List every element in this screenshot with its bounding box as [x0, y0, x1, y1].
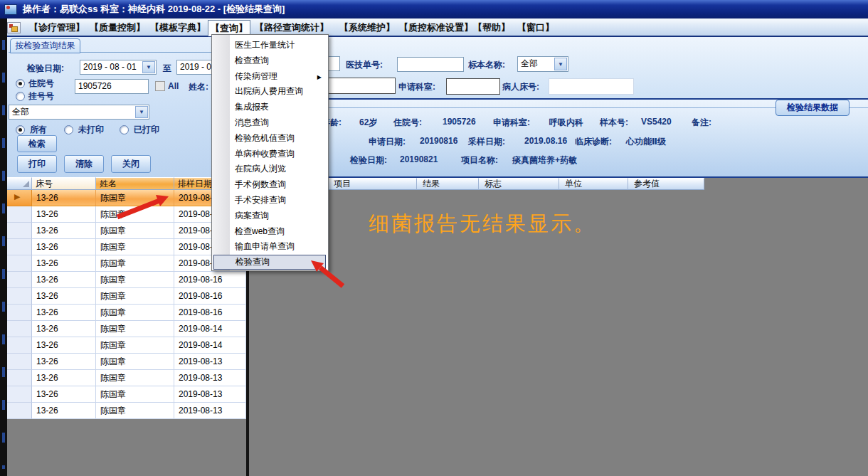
cell-date: 2019-08-16: [174, 272, 246, 288]
cell-bed: 13-26: [32, 255, 96, 272]
column-header-3[interactable]: 标志: [479, 178, 559, 190]
cell-bed: 13-26: [32, 403, 96, 419]
menubar-item-8[interactable]: 【帮助】: [471, 20, 512, 36]
patient-field-value: 1905726: [443, 117, 476, 127]
clear-button[interactable]: 清除: [64, 155, 104, 173]
column-header-4[interactable]: 单位: [559, 178, 628, 190]
tab-result-data[interactable]: 检验结果数据: [776, 100, 850, 116]
patient-field-label: 住院号:: [393, 117, 422, 129]
column-header-2[interactable]: 结果: [417, 178, 479, 190]
table-row[interactable]: 13-26陈国章2019-08-13: [7, 386, 246, 403]
cell-bed: 13-26: [32, 386, 96, 403]
patient-field-value: 20190816: [420, 136, 457, 146]
dropdown-item-10[interactable]: 手术例数查询: [213, 177, 326, 192]
patient-field-label: 采样日期:: [468, 136, 505, 148]
cell-name: 陈国章: [96, 305, 174, 321]
table-row[interactable]: 13-26陈国章2019-08-16: [7, 305, 246, 321]
result-table-header: 项目结果标志单位参考值: [315, 178, 704, 190]
med-tech-no-input[interactable]: [397, 57, 464, 72]
table-row[interactable]: ▶13-26陈国章2019-08-: [7, 190, 246, 206]
table-row[interactable]: 13-26陈国章2019-08-: [7, 223, 246, 239]
dropdown-arrow-icon[interactable]: ▼: [142, 61, 155, 73]
column-header-bed[interactable]: 床号: [32, 177, 96, 190]
dropdown-item-3[interactable]: 传染病管理▶: [213, 69, 326, 84]
dropdown-arrow-icon[interactable]: ▼: [135, 106, 148, 118]
table-row[interactable]: 13-26陈国章2019-08-: [7, 206, 246, 223]
column-header-1[interactable]: 项目: [328, 178, 417, 190]
request-dept-input[interactable]: [446, 78, 500, 95]
table-row[interactable]: 13-26陈国章2019-08-14: [7, 337, 246, 354]
patient-field-label: 备注:: [692, 117, 711, 129]
cell-name: 陈国章: [96, 206, 174, 223]
menubar-item-1[interactable]: 【诊疗管理】: [27, 20, 87, 36]
radio-inpatient-no[interactable]: [16, 79, 25, 88]
background-window-edge: [0, 18, 7, 476]
all-checkbox[interactable]: [155, 81, 165, 91]
cell-date: 2019-08-16: [174, 288, 246, 305]
menubar-item-5[interactable]: 【路径查询统计】: [253, 20, 331, 36]
column-header-name[interactable]: 姓名: [96, 177, 174, 190]
radio-ticket-no[interactable]: [16, 92, 25, 101]
cell-bed: 13-26: [32, 239, 96, 255]
dropdown-item-13[interactable]: 检查web查询: [213, 224, 326, 239]
dept-select[interactable]: 全部 ▼: [9, 105, 149, 120]
menubar-item-9[interactable]: 【窗口】: [515, 20, 556, 36]
cell-date: 2019-08-13: [174, 354, 246, 370]
cell-date: 2019-08-14: [174, 337, 246, 354]
dropdown-item-5[interactable]: 集成报表: [213, 100, 326, 115]
radio-unprinted[interactable]: [64, 125, 73, 134]
column-header-5[interactable]: 参考值: [628, 178, 704, 190]
cell-date: 2019-08-13: [174, 370, 246, 386]
patient-field-value: 62岁: [359, 117, 377, 129]
table-row[interactable]: 13-26陈国章2019-08-14: [7, 321, 246, 337]
row-selector-cell: [7, 288, 32, 305]
specimen-name-select[interactable]: 全部 ▼: [517, 56, 568, 72]
table-row[interactable]: 13-26陈国章2019-08-16: [7, 272, 246, 288]
row-selector-cell: [7, 321, 32, 337]
table-row[interactable]: 13-26陈国章2019-08-13: [7, 403, 246, 419]
dropdown-item-9[interactable]: 在院病人浏览: [213, 162, 326, 176]
menubar-item-7[interactable]: 【质控标准设置】: [397, 20, 475, 36]
patient-field-label: 申请日期:: [369, 136, 406, 148]
table-row[interactable]: 13-26陈国章2019-08-: [7, 255, 246, 272]
dropdown-item-11[interactable]: 手术安排查询: [213, 193, 326, 208]
dropdown-item-2[interactable]: 检查查询: [213, 53, 326, 68]
patient-no-input[interactable]: 1905726: [75, 79, 149, 94]
radio-print-all[interactable]: [16, 125, 25, 134]
menubar-item-2[interactable]: 【质量控制】: [88, 20, 147, 36]
corner-header-cell[interactable]: [7, 177, 32, 190]
table-row[interactable]: 13-26陈国章2019-08-16: [7, 288, 246, 305]
dropdown-item-4[interactable]: 出院病人费用查询: [213, 84, 326, 99]
search-button[interactable]: 检索: [17, 135, 57, 152]
dropdown-item-14[interactable]: 输血申请单查询: [213, 239, 326, 254]
app-window: 操作者：易联众ss 科室：神经内科 2019-08-22 - [检验结果查询] …: [0, 0, 868, 476]
dropdown-arrow-icon[interactable]: ▼: [554, 58, 567, 70]
menubar-item-6[interactable]: 【系统维护】: [337, 20, 397, 36]
dropdown-item-1[interactable]: 医生工作量统计: [213, 38, 326, 53]
dropdown-item-label: 集成报表: [235, 102, 269, 112]
date-from-input[interactable]: 2019 - 08 - 01 ▼: [80, 60, 157, 75]
bed-no-input[interactable]: [549, 78, 634, 95]
cell-bed: 13-26: [32, 305, 96, 321]
row-selector-cell: [7, 403, 32, 419]
table-row[interactable]: 13-26陈国章2019-08-13: [7, 370, 246, 386]
dropdown-item-7[interactable]: 检验危机值查询: [213, 131, 326, 146]
table-row[interactable]: 13-26陈国章2019-08-: [7, 239, 246, 255]
dropdown-item-12[interactable]: 病案查询: [213, 208, 326, 223]
dropdown-item-label: 传染病管理: [235, 71, 277, 81]
dropdown-item-8[interactable]: 单病种收费查询: [213, 147, 326, 162]
no-result-message: 细菌报告无结果显示。: [369, 210, 596, 238]
radio-printed[interactable]: [120, 125, 129, 134]
patient-field-value: 20190821: [400, 154, 438, 164]
mdi-child-window-icon: [7, 22, 21, 33]
med-tech-no-label: 医技单号:: [346, 59, 383, 71]
dropdown-item-6[interactable]: 消息查询: [213, 115, 326, 130]
print-button[interactable]: 打印: [17, 155, 57, 173]
close-button[interactable]: 关闭: [111, 155, 151, 173]
table-row[interactable]: 13-26陈国章2019-08-13: [7, 354, 246, 370]
cell-name: 陈国章: [96, 239, 174, 255]
tab-query-by-result[interactable]: 按检验查询结果: [10, 38, 80, 53]
menubar-item-3[interactable]: 【模板字典】: [148, 20, 208, 36]
name-label: 姓名:: [189, 81, 208, 93]
dropdown-item-15[interactable]: 检验查询: [213, 255, 326, 270]
